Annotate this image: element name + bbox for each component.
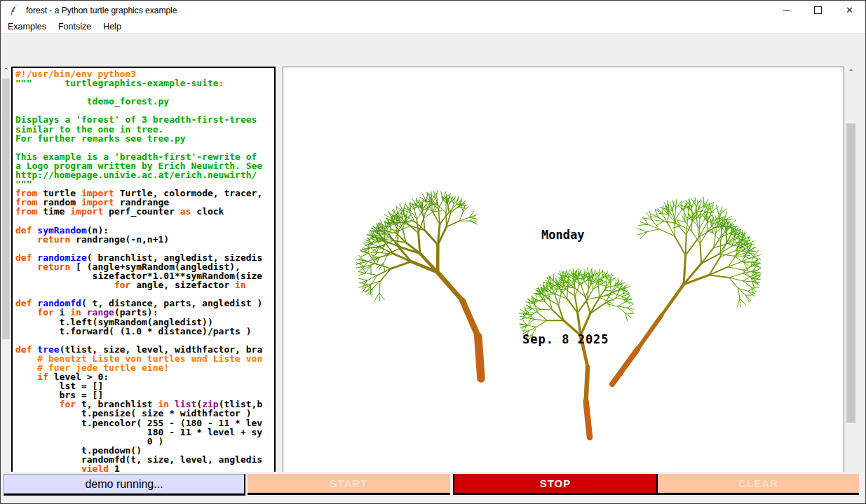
code-line: """ turtlegraphics-example-suite: bbox=[15, 79, 274, 88]
code-vertical-scrollbar[interactable] bbox=[1, 67, 11, 504]
menu-help[interactable]: Help bbox=[98, 22, 126, 32]
code-line: tdemo_forest.py bbox=[15, 97, 274, 106]
maximize-icon bbox=[814, 6, 822, 14]
code-line: t.forward( (1.0 * distance)/parts ) bbox=[15, 327, 274, 336]
code-line: http://homepage.univie.ac.at/erich.neuwi… bbox=[15, 170, 274, 179]
status-message: demo running... bbox=[4, 474, 245, 496]
window-footer bbox=[1, 497, 865, 504]
window-title: forest - a Python turtle graphics exampl… bbox=[26, 6, 177, 15]
code-line: from time import perf_counter as clock bbox=[15, 207, 274, 216]
minimize-button[interactable] bbox=[771, 1, 802, 20]
code-vscroll-thumb[interactable] bbox=[2, 79, 10, 339]
canvas-text-date: Sep. 8 2025 bbox=[522, 332, 609, 346]
scroll-up-icon[interactable] bbox=[846, 69, 855, 79]
close-button[interactable] bbox=[834, 1, 865, 20]
menu-bar: Examples Fontsize Help bbox=[1, 20, 865, 34]
bottom-bar: demo running... START STOP CLEAR bbox=[1, 472, 865, 497]
title-bar[interactable]: forest - a Python turtle graphics exampl… bbox=[1, 1, 865, 20]
code-line: for angle, sizefactor in bbox=[15, 280, 274, 290]
maximize-button[interactable] bbox=[802, 1, 834, 20]
python-feather-icon bbox=[10, 4, 20, 16]
close-icon bbox=[846, 5, 853, 15]
start-button[interactable]: START bbox=[248, 474, 450, 495]
menu-examples[interactable]: Examples bbox=[3, 22, 51, 32]
scroll-up-icon[interactable] bbox=[1, 68, 11, 77]
menu-fontsize[interactable]: Fontsize bbox=[53, 22, 96, 32]
clear-button[interactable]: CLEAR bbox=[658, 474, 859, 495]
stop-button[interactable]: STOP bbox=[453, 474, 658, 495]
code-text: #!/usr/bin/env python3""" turtlegraphics… bbox=[13, 68, 274, 493]
canvas-vscroll-thumb[interactable] bbox=[846, 123, 855, 423]
canvas-text-monday: Monday bbox=[541, 228, 584, 242]
code-line: For further remarks see tree.py bbox=[15, 134, 274, 143]
minimize-icon bbox=[783, 10, 790, 11]
main-area: #!/usr/bin/env python3""" turtlegraphics… bbox=[1, 34, 865, 472]
app-window: forest - a Python turtle graphics exampl… bbox=[0, 0, 866, 504]
code-viewer[interactable]: #!/usr/bin/env python3""" turtlegraphics… bbox=[11, 67, 276, 493]
turtle-canvas[interactable]: Monday Sep. 8 2025 bbox=[283, 67, 844, 493]
code-line: return randrange(-n,n+1) bbox=[15, 235, 274, 244]
canvas-vertical-scrollbar[interactable] bbox=[845, 67, 857, 493]
turtle-canvas-svg bbox=[283, 67, 844, 493]
